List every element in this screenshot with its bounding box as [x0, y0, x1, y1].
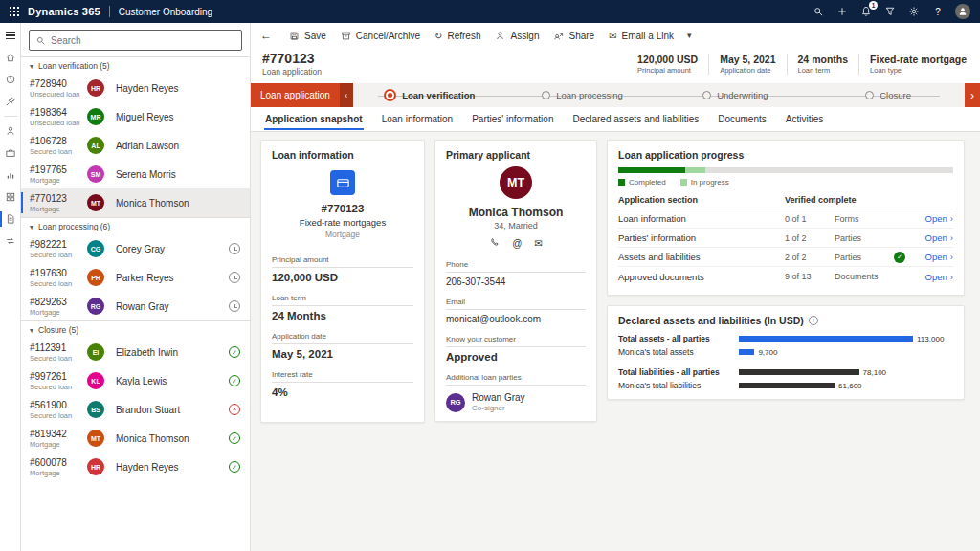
documents-icon[interactable] [0, 211, 21, 227]
next-stage-button[interactable]: › [965, 83, 980, 107]
dashboards-icon[interactable] [0, 189, 21, 205]
list-item-selected[interactable]: #770123Mortgage MT Monica Thomson [21, 188, 250, 217]
loan-category: Mortgage [272, 230, 413, 239]
business-process-flow: Loan application ‹ Loan verification Loa… [251, 83, 980, 107]
list-item[interactable]: #112391Secured loan EI Elizabeth Irwin ✓ [21, 338, 250, 366]
chart-row: Total assets - all parties 113,000 [618, 334, 953, 343]
main-content: ← Save Cancel/Archive ↻Refresh Assign Sh… [251, 23, 980, 551]
refresh-button[interactable]: ↻Refresh [428, 27, 487, 45]
list-item[interactable]: #197765Mortgage SM Serena Morris [21, 160, 250, 188]
group-loan-processing: ▾ Loan processing (6) #982221Secured loa… [21, 217, 250, 320]
list-item[interactable]: #982221Secured loan CG Corey Gray [21, 234, 250, 263]
header-field: Fixed-rate mortgageLoan type [858, 54, 969, 75]
applicant-avatar: MT [500, 166, 532, 199]
declared-assets-card: Declared assets and liabilities (In USD)… [607, 305, 965, 400]
top-navigation-bar: Dynamics 365 Customer Onboarding 1 ? [0, 0, 980, 23]
user-avatar[interactable] [955, 4, 970, 19]
record-type: Unsecured loan [30, 119, 87, 127]
rail-divider [4, 116, 17, 117]
open-link[interactable]: Open› [913, 252, 953, 262]
stage-track: Loan verification Loan processing Underw… [353, 83, 965, 107]
record-name: Hayden Reyes [110, 462, 229, 473]
tab-declared-assets[interactable]: Declared assets and liabilities [564, 108, 707, 130]
chevron-down-icon: ▾ [30, 223, 33, 231]
pending-icon [229, 243, 240, 254]
record-name: Adrian Lawson [110, 141, 229, 151]
applicant-name: Monica Thomson [446, 206, 586, 219]
more-commands-button[interactable]: ▾ [681, 27, 698, 44]
help-icon[interactable]: ? [931, 5, 945, 18]
list-item[interactable]: #561900Secured loan BS Brandon Stuart × [21, 395, 250, 424]
open-link[interactable]: Open› [913, 213, 953, 224]
phone-icon[interactable] [489, 237, 500, 250]
loan-party-item[interactable]: RG Rowan GrayCo-signer [446, 392, 586, 412]
search-input[interactable] [51, 35, 235, 46]
home-icon[interactable] [0, 50, 21, 65]
list-item[interactable]: #997261Secured loan KL Kayla Lewis ✓ [21, 366, 250, 395]
recent-icon[interactable] [0, 72, 21, 87]
stage-dot [702, 91, 711, 99]
stage-loan-verification[interactable]: Loan verification [353, 89, 506, 101]
stage-collapse-button[interactable]: ‹ [340, 83, 353, 107]
list-item[interactable]: #728940Unsecured loan HR Hayden Reyes [21, 74, 250, 102]
back-button[interactable]: ← [260, 29, 272, 42]
processes-icon[interactable] [0, 233, 21, 249]
menu-icon[interactable] [0, 28, 21, 43]
tab-activities[interactable]: Activities [777, 108, 832, 130]
cancel-archive-button[interactable]: Cancel/Archive [334, 27, 427, 45]
record-id: #197630 [30, 268, 87, 278]
list-item[interactable]: #600078Mortgage HR Hayden Reyes ✓ [21, 452, 250, 481]
at-icon[interactable]: @ [512, 238, 522, 249]
contacts-icon[interactable] [0, 123, 21, 139]
waffle-icon[interactable] [10, 7, 19, 16]
group-header-loan-processing[interactable]: ▾ Loan processing (6) [21, 218, 250, 234]
list-item[interactable]: #829263Mortgage RG Rowan Gray [21, 292, 250, 320]
tab-parties-information[interactable]: Parties' information [463, 108, 562, 130]
tab-documents[interactable]: Documents [709, 108, 775, 130]
record-name: Monica Thomson [110, 433, 229, 444]
notifications-bell-icon[interactable]: 1 [859, 5, 873, 18]
field-interest-rate: Interest rate4% [272, 370, 413, 398]
record-id: #561900 [30, 400, 87, 410]
list-item[interactable]: #819342Mortgage MT Monica Thomson ✓ [21, 424, 250, 452]
stage-loan-processing[interactable]: Loan processing [506, 90, 659, 100]
tab-loan-information[interactable]: Loan information [373, 108, 462, 130]
chevron-right-icon: › [950, 252, 953, 262]
pinned-icon[interactable] [0, 94, 21, 109]
open-link[interactable]: Open› [913, 272, 953, 282]
share-button[interactable]: Share [546, 27, 601, 45]
quick-create-icon[interactable] [835, 5, 849, 18]
stage-dot [865, 91, 874, 99]
header-field: 24 monthsLoan term [787, 54, 859, 75]
record-type: Secured loan [30, 354, 87, 363]
bar [739, 336, 913, 342]
progress-legend: Completed In progress [618, 178, 953, 187]
bar-chart: Total assets - all parties 113,000 Monic… [618, 334, 953, 390]
record-name: Hayden Reyes [110, 83, 229, 94]
email-link-button[interactable]: ✉Email a Link [602, 27, 680, 45]
filter-icon[interactable] [883, 5, 897, 18]
progress-table-header: Application section Verified complete [618, 195, 953, 209]
save-button[interactable]: Save [282, 27, 333, 45]
list-item[interactable]: #197630Secured loan PR Parker Reyes [21, 263, 250, 292]
active-stage-chip[interactable]: Loan application ‹ [251, 83, 353, 107]
stage-underwriting[interactable]: Underwriting [658, 90, 812, 100]
mail-icon[interactable]: ✉ [534, 238, 542, 249]
stage-closure[interactable]: Closure [812, 90, 965, 100]
group-header-loan-verification[interactable]: ▾ Loan verification (5) [21, 57, 250, 74]
open-link[interactable]: Open› [913, 232, 953, 243]
assign-button[interactable]: Assign [488, 27, 546, 45]
settings-gear-icon[interactable] [907, 5, 921, 18]
avatar: SM [87, 165, 104, 183]
tab-application-snapshot[interactable]: Application snapshot [256, 108, 371, 130]
info-icon[interactable]: i [809, 316, 818, 325]
search-icon[interactable] [812, 5, 825, 18]
applications-icon[interactable] [0, 145, 21, 161]
group-header-closure[interactable]: ▾ Closure (5) [21, 321, 250, 338]
charts-icon[interactable] [0, 167, 21, 183]
list-item[interactable]: #198364Unsecured loan MR Miguel Reyes [21, 102, 250, 131]
list-item[interactable]: #106728Secured loan AL Adrian Lawson [21, 131, 250, 160]
record-type: Secured loan [30, 251, 87, 259]
primary-applicant-card: Primary applicant MT Monica Thomson 34, … [434, 140, 597, 422]
save-icon [289, 31, 300, 41]
